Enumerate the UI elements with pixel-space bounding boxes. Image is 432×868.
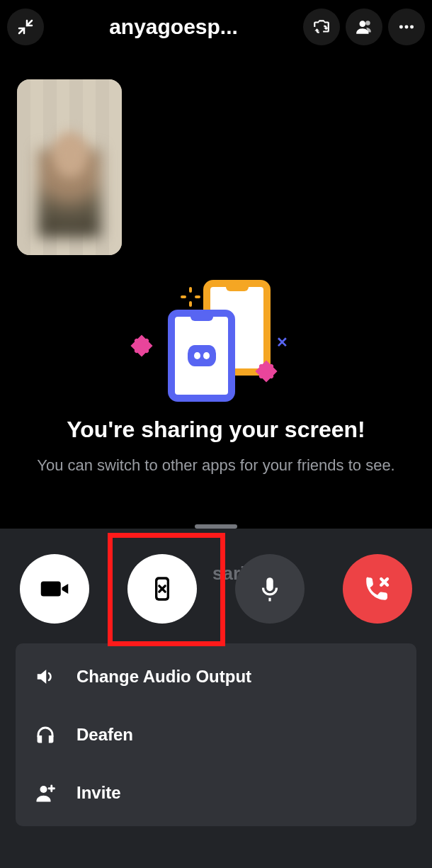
switch-camera-icon xyxy=(312,18,331,36)
svg-point-3 xyxy=(405,26,409,29)
sparkle-icon xyxy=(181,287,200,307)
screenshare-illustration: ✕ xyxy=(138,280,294,400)
mic-icon xyxy=(256,575,283,602)
toggle-camera-button[interactable] xyxy=(20,554,89,624)
self-video-thumbnail[interactable] xyxy=(17,79,122,255)
menu-item-label: Change Audio Output xyxy=(76,667,251,687)
headphones-icon xyxy=(33,724,58,745)
phone-blue-icon xyxy=(168,310,235,402)
svg-point-1 xyxy=(365,21,370,25)
members-button[interactable] xyxy=(346,9,382,45)
svg-point-2 xyxy=(399,26,403,29)
screenshare-message: You're sharing your screen! You can swit… xyxy=(0,415,432,477)
call-button-row xyxy=(0,544,432,633)
screenshare-subtext: You can switch to other apps for your fr… xyxy=(28,455,404,477)
deafen-item[interactable]: Deafen xyxy=(16,706,416,764)
collapse-button[interactable] xyxy=(7,9,44,45)
invite-item[interactable]: Invite xyxy=(16,764,416,822)
video-icon xyxy=(40,574,69,604)
screenshare-heading: You're sharing your screen! xyxy=(28,415,404,444)
svg-point-7 xyxy=(40,786,47,793)
sheet-handle[interactable] xyxy=(195,524,237,529)
hangup-button[interactable] xyxy=(343,554,412,624)
menu-item-label: Invite xyxy=(76,783,121,803)
more-button[interactable] xyxy=(388,9,425,45)
svg-point-0 xyxy=(360,21,366,27)
speaker-icon xyxy=(33,666,58,687)
more-icon xyxy=(397,18,416,36)
call-controls-sheet: saring xyxy=(0,529,432,868)
stop-screenshare-button[interactable] xyxy=(127,554,197,624)
toggle-mic-button[interactable] xyxy=(235,554,305,624)
phone-stop-icon xyxy=(148,575,176,603)
svg-point-4 xyxy=(410,26,414,29)
collapse-icon xyxy=(17,18,34,35)
call-options-menu: Change Audio Output Deafen Invite xyxy=(16,643,416,826)
switch-camera-button[interactable] xyxy=(303,9,340,45)
discord-icon xyxy=(188,345,216,366)
star-icon xyxy=(130,334,152,356)
menu-item-label: Deafen xyxy=(76,725,133,745)
hangup-icon xyxy=(363,574,392,604)
change-audio-output-item[interactable]: Change Audio Output xyxy=(16,648,416,706)
add-user-icon xyxy=(33,782,58,804)
call-title: anyagoesp... xyxy=(50,15,297,39)
sparkle-x-icon: ✕ xyxy=(276,334,287,351)
call-topbar: anyagoesp... xyxy=(0,0,432,54)
members-icon xyxy=(355,18,373,36)
